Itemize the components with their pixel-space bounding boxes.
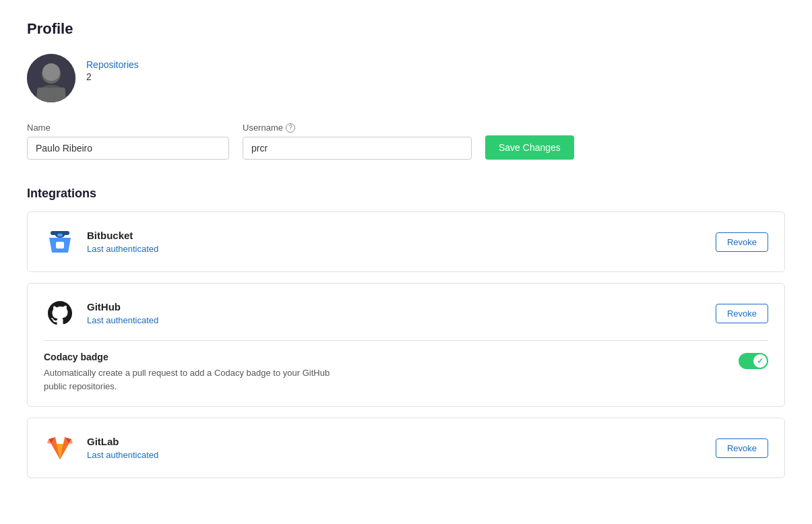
badge-title: Codacy badge [44, 352, 340, 362]
integration-text-bitbucket: Bitbucket Last authenticated [87, 230, 158, 255]
svg-rect-4 [37, 88, 65, 102]
integration-info-bitbucket: Bitbucket Last authenticated [44, 226, 158, 258]
integration-text-gitlab: GitLab Last authenticated [87, 436, 158, 461]
integration-card-bitbucket: Bitbucket Last authenticated Revoke [27, 211, 785, 272]
page-title: Profile [27, 20, 785, 38]
profile-form: Name Username ? Save Changes [27, 123, 785, 160]
github-last-auth: Last authenticated [87, 315, 158, 325]
integration-header-bitbucket: Bitbucket Last authenticated Revoke [44, 226, 768, 258]
gitlab-name: GitLab [87, 436, 158, 447]
github-name: GitHub [87, 301, 158, 313]
bitbucket-last-auth: Last authenticated [87, 244, 158, 254]
integration-info-github: GitHub Last authenticated [44, 297, 158, 329]
username-field-group: Username ? [243, 123, 472, 160]
bitbucket-revoke-button[interactable]: Revoke [716, 232, 768, 252]
integration-header-github: GitHub Last authenticated Revoke [44, 297, 768, 329]
codacy-badge-toggle[interactable]: ✓ [739, 353, 768, 369]
codacy-badge-toggle-container: ✓ [739, 353, 768, 369]
badge-info: Codacy badge Automatically create a pull… [44, 352, 340, 393]
name-input[interactable] [27, 137, 229, 160]
github-icon [44, 297, 76, 329]
integration-header-gitlab: GitLab Last authenticated Revoke [44, 432, 768, 464]
integration-card-github: GitHub Last authenticated Revoke Codacy … [27, 283, 785, 407]
badge-row: Codacy badge Automatically create a pull… [44, 352, 768, 393]
svg-rect-6 [56, 242, 64, 249]
gitlab-icon [44, 432, 76, 464]
svg-point-8 [57, 234, 63, 237]
github-divider [44, 340, 768, 341]
svg-point-3 [42, 63, 60, 81]
gitlab-revoke-button[interactable]: Revoke [716, 438, 768, 458]
username-label: Username ? [243, 123, 472, 133]
gitlab-last-auth: Last authenticated [87, 450, 158, 460]
integration-info-gitlab: GitLab Last authenticated [44, 432, 158, 464]
integration-card-gitlab: GitLab Last authenticated Revoke [27, 418, 785, 478]
integrations-title: Integrations [27, 187, 785, 201]
name-field-group: Name [27, 123, 229, 160]
avatar [27, 54, 75, 102]
toggle-check-icon: ✓ [757, 356, 763, 366]
profile-meta: Repositories 2 [86, 54, 139, 82]
username-input[interactable] [243, 137, 472, 160]
name-label: Name [27, 123, 229, 133]
integration-text-github: GitHub Last authenticated [87, 301, 158, 326]
github-revoke-button[interactable]: Revoke [716, 304, 768, 323]
repositories-link[interactable]: Repositories [86, 59, 139, 70]
save-changes-button[interactable]: Save Changes [485, 135, 574, 160]
profile-header: Repositories 2 [27, 54, 785, 102]
bitbucket-name: Bitbucket [87, 230, 158, 241]
repositories-count: 2 [86, 71, 139, 82]
toggle-thumb: ✓ [753, 354, 767, 368]
bitbucket-icon [44, 226, 76, 258]
github-extra: Codacy badge Automatically create a pull… [44, 340, 768, 393]
username-help-icon[interactable]: ? [286, 123, 295, 133]
badge-description: Automatically create a pull request to a… [44, 366, 340, 393]
